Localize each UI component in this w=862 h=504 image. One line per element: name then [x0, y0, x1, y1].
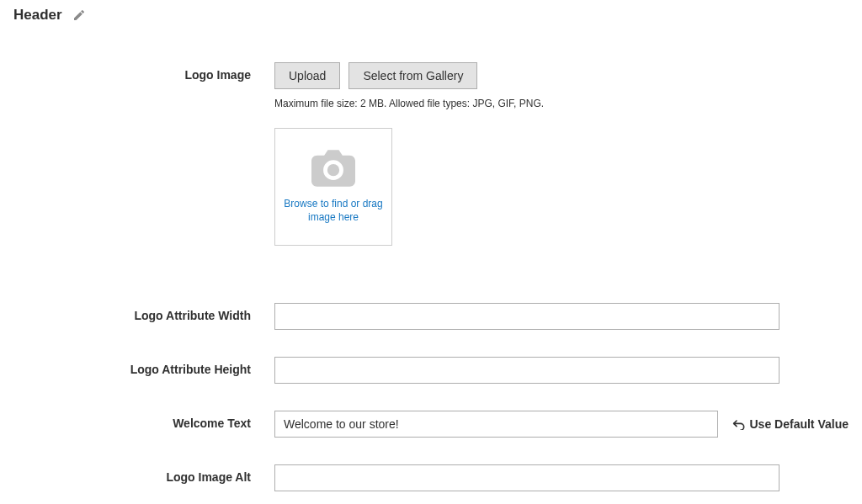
- upload-hint: Maximum file size: 2 MB. Allowed file ty…: [274, 98, 544, 109]
- upload-button[interactable]: Upload: [274, 62, 340, 89]
- row-logo-image: Logo Image Upload Select from Gallery Ma…: [13, 62, 849, 246]
- row-logo-width: Logo Attribute Width: [13, 303, 849, 330]
- label-logo-image: Logo Image: [13, 62, 274, 82]
- select-gallery-button[interactable]: Select from Gallery: [349, 62, 477, 89]
- use-default-value-button[interactable]: Use Default Value: [732, 417, 849, 431]
- row-logo-height: Logo Attribute Height: [13, 357, 849, 384]
- label-logo-height: Logo Attribute Height: [13, 357, 274, 376]
- upload-dropzone-text: Browse to find or drag image here: [284, 197, 383, 224]
- camera-icon: [311, 150, 355, 187]
- logo-width-input[interactable]: [274, 303, 780, 330]
- label-welcome-text: Welcome Text: [13, 411, 274, 430]
- welcome-text-input[interactable]: [274, 411, 718, 438]
- label-logo-alt: Logo Image Alt: [13, 464, 274, 484]
- upload-dropzone[interactable]: Browse to find or drag image here: [274, 128, 392, 246]
- pencil-icon[interactable]: [72, 8, 86, 22]
- undo-icon: [732, 418, 745, 430]
- section-header: Header: [13, 7, 849, 24]
- logo-alt-input[interactable]: [274, 464, 780, 491]
- logo-height-input[interactable]: [274, 357, 780, 384]
- row-logo-alt: Logo Image Alt: [13, 464, 849, 491]
- row-welcome-text: Welcome Text Use Default Value: [13, 411, 849, 438]
- label-logo-width: Logo Attribute Width: [13, 303, 274, 322]
- section-title: Header: [13, 7, 62, 24]
- use-default-label: Use Default Value: [750, 417, 849, 431]
